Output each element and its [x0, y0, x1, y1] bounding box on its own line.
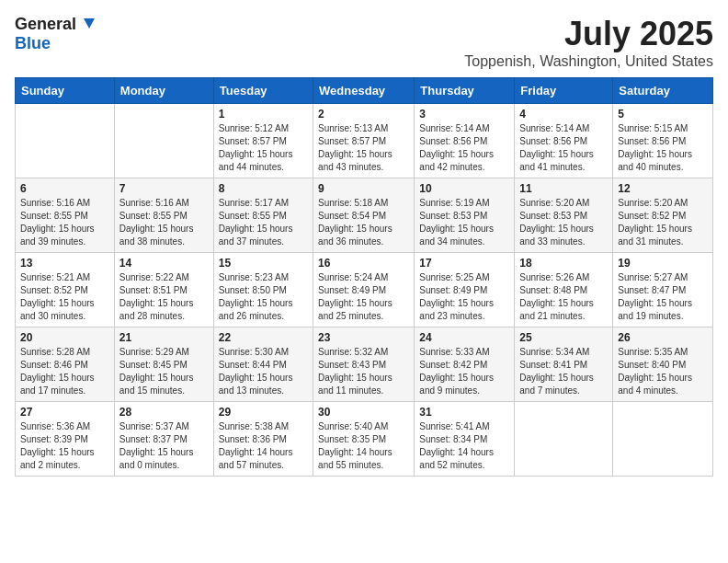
calendar-cell: 13Sunrise: 5:21 AMSunset: 8:52 PMDayligh… — [16, 253, 115, 327]
calendar-cell: 22Sunrise: 5:30 AMSunset: 8:44 PMDayligh… — [213, 327, 313, 402]
calendar-cell: 27Sunrise: 5:36 AMSunset: 8:39 PMDayligh… — [16, 402, 115, 477]
day-number: 20 — [20, 331, 109, 344]
day-number: 1 — [219, 108, 308, 121]
weekday-header-sunday: Sunday — [16, 78, 115, 104]
day-number: 19 — [618, 257, 708, 270]
page-header: General Blue July 2025 Toppenish, Washin… — [15, 15, 713, 70]
calendar-cell: 10Sunrise: 5:19 AMSunset: 8:53 PMDayligh… — [415, 178, 515, 253]
day-number: 7 — [119, 182, 209, 195]
day-number: 8 — [219, 182, 308, 195]
weekday-header-thursday: Thursday — [415, 78, 515, 104]
day-detail: Sunrise: 5:35 AMSunset: 8:40 PMDaylight:… — [618, 346, 708, 397]
day-detail: Sunrise: 5:12 AMSunset: 8:57 PMDaylight:… — [219, 122, 308, 174]
calendar-cell: 28Sunrise: 5:37 AMSunset: 8:37 PMDayligh… — [114, 402, 213, 477]
calendar-cell: 12Sunrise: 5:20 AMSunset: 8:52 PMDayligh… — [613, 178, 713, 253]
location-title: Toppenish, Washington, United States — [464, 53, 713, 70]
weekday-header-saturday: Saturday — [613, 78, 713, 104]
calendar-cell: 14Sunrise: 5:22 AMSunset: 8:51 PMDayligh… — [114, 253, 213, 327]
day-detail: Sunrise: 5:14 AMSunset: 8:56 PMDaylight:… — [419, 122, 509, 174]
calendar-cell: 20Sunrise: 5:28 AMSunset: 8:46 PMDayligh… — [16, 327, 115, 402]
day-detail: Sunrise: 5:29 AMSunset: 8:45 PMDaylight:… — [119, 346, 209, 397]
calendar-cell — [515, 402, 613, 477]
day-number: 2 — [318, 108, 409, 121]
day-number: 24 — [419, 331, 509, 344]
day-detail: Sunrise: 5:16 AMSunset: 8:55 PMDaylight:… — [119, 197, 209, 248]
day-number: 18 — [519, 257, 608, 270]
calendar-cell: 5Sunrise: 5:15 AMSunset: 8:56 PMDaylight… — [613, 104, 713, 178]
day-number: 31 — [419, 406, 509, 419]
day-number: 9 — [318, 182, 409, 195]
day-detail: Sunrise: 5:37 AMSunset: 8:37 PMDaylight:… — [119, 420, 209, 472]
logo: General Blue — [15, 15, 95, 53]
day-number: 4 — [519, 108, 608, 121]
title-block: July 2025 Toppenish, Washington, United … — [464, 15, 713, 70]
weekday-header-wednesday: Wednesday — [313, 78, 415, 104]
calendar-cell: 26Sunrise: 5:35 AMSunset: 8:40 PMDayligh… — [613, 327, 713, 402]
day-number: 11 — [519, 182, 608, 195]
weekday-header-row: SundayMondayTuesdayWednesdayThursdayFrid… — [16, 78, 713, 104]
calendar-cell: 19Sunrise: 5:27 AMSunset: 8:47 PMDayligh… — [613, 253, 713, 327]
day-number: 25 — [519, 331, 608, 344]
calendar-cell: 29Sunrise: 5:38 AMSunset: 8:36 PMDayligh… — [213, 402, 313, 477]
day-number: 28 — [119, 406, 209, 419]
calendar-cell: 9Sunrise: 5:18 AMSunset: 8:54 PMDaylight… — [313, 178, 415, 253]
day-detail: Sunrise: 5:27 AMSunset: 8:47 PMDaylight:… — [618, 271, 708, 323]
day-detail: Sunrise: 5:15 AMSunset: 8:56 PMDaylight:… — [618, 122, 708, 174]
logo-icon — [78, 16, 95, 32]
calendar-cell: 31Sunrise: 5:41 AMSunset: 8:34 PMDayligh… — [415, 402, 515, 477]
day-detail: Sunrise: 5:16 AMSunset: 8:55 PMDaylight:… — [20, 197, 109, 248]
day-number: 16 — [318, 257, 409, 270]
day-detail: Sunrise: 5:19 AMSunset: 8:53 PMDaylight:… — [419, 197, 509, 248]
calendar-week-4: 20Sunrise: 5:28 AMSunset: 8:46 PMDayligh… — [16, 327, 713, 402]
calendar-cell: 6Sunrise: 5:16 AMSunset: 8:55 PMDaylight… — [16, 178, 115, 253]
day-number: 29 — [219, 406, 308, 419]
day-detail: Sunrise: 5:21 AMSunset: 8:52 PMDaylight:… — [20, 271, 109, 323]
calendar-cell: 25Sunrise: 5:34 AMSunset: 8:41 PMDayligh… — [515, 327, 613, 402]
calendar-week-3: 13Sunrise: 5:21 AMSunset: 8:52 PMDayligh… — [16, 253, 713, 327]
day-number: 15 — [219, 257, 308, 270]
day-number: 30 — [318, 406, 409, 419]
day-detail: Sunrise: 5:26 AMSunset: 8:48 PMDaylight:… — [519, 271, 608, 323]
calendar-week-2: 6Sunrise: 5:16 AMSunset: 8:55 PMDaylight… — [16, 178, 713, 253]
day-detail: Sunrise: 5:38 AMSunset: 8:36 PMDaylight:… — [219, 420, 308, 472]
calendar-cell: 24Sunrise: 5:33 AMSunset: 8:42 PMDayligh… — [415, 327, 515, 402]
day-detail: Sunrise: 5:40 AMSunset: 8:35 PMDaylight:… — [318, 420, 409, 472]
calendar-cell: 8Sunrise: 5:17 AMSunset: 8:55 PMDaylight… — [213, 178, 313, 253]
calendar-cell: 4Sunrise: 5:14 AMSunset: 8:56 PMDaylight… — [515, 104, 613, 178]
day-detail: Sunrise: 5:32 AMSunset: 8:43 PMDaylight:… — [318, 346, 409, 397]
logo-general-text: General — [15, 15, 76, 34]
calendar-cell: 15Sunrise: 5:23 AMSunset: 8:50 PMDayligh… — [213, 253, 313, 327]
calendar-cell — [613, 402, 713, 477]
day-number: 22 — [219, 331, 308, 344]
day-number: 3 — [419, 108, 509, 121]
calendar-cell: 23Sunrise: 5:32 AMSunset: 8:43 PMDayligh… — [313, 327, 415, 402]
day-detail: Sunrise: 5:23 AMSunset: 8:50 PMDaylight:… — [219, 271, 308, 323]
day-number: 17 — [419, 257, 509, 270]
day-detail: Sunrise: 5:18 AMSunset: 8:54 PMDaylight:… — [318, 197, 409, 248]
calendar-cell: 30Sunrise: 5:40 AMSunset: 8:35 PMDayligh… — [313, 402, 415, 477]
weekday-header-friday: Friday — [515, 78, 613, 104]
calendar-cell: 16Sunrise: 5:24 AMSunset: 8:49 PMDayligh… — [313, 253, 415, 327]
calendar-week-5: 27Sunrise: 5:36 AMSunset: 8:39 PMDayligh… — [16, 402, 713, 477]
day-number: 13 — [20, 257, 109, 270]
calendar-cell: 17Sunrise: 5:25 AMSunset: 8:49 PMDayligh… — [415, 253, 515, 327]
calendar-cell: 2Sunrise: 5:13 AMSunset: 8:57 PMDaylight… — [313, 104, 415, 178]
calendar-cell: 3Sunrise: 5:14 AMSunset: 8:56 PMDaylight… — [415, 104, 515, 178]
day-detail: Sunrise: 5:20 AMSunset: 8:52 PMDaylight:… — [618, 197, 708, 248]
calendar-cell: 18Sunrise: 5:26 AMSunset: 8:48 PMDayligh… — [515, 253, 613, 327]
weekday-header-tuesday: Tuesday — [213, 78, 313, 104]
day-detail: Sunrise: 5:13 AMSunset: 8:57 PMDaylight:… — [318, 122, 409, 174]
calendar-cell: 11Sunrise: 5:20 AMSunset: 8:53 PMDayligh… — [515, 178, 613, 253]
calendar-cell: 7Sunrise: 5:16 AMSunset: 8:55 PMDaylight… — [114, 178, 213, 253]
calendar-table: SundayMondayTuesdayWednesdayThursdayFrid… — [15, 77, 713, 477]
day-detail: Sunrise: 5:33 AMSunset: 8:42 PMDaylight:… — [419, 346, 509, 397]
weekday-header-monday: Monday — [114, 78, 213, 104]
logo-blue-text: Blue — [15, 34, 51, 52]
day-number: 5 — [618, 108, 708, 121]
day-detail: Sunrise: 5:14 AMSunset: 8:56 PMDaylight:… — [519, 122, 608, 174]
day-detail: Sunrise: 5:34 AMSunset: 8:41 PMDaylight:… — [519, 346, 608, 397]
day-number: 10 — [419, 182, 509, 195]
calendar-cell: 21Sunrise: 5:29 AMSunset: 8:45 PMDayligh… — [114, 327, 213, 402]
day-number: 27 — [20, 406, 109, 419]
day-detail: Sunrise: 5:24 AMSunset: 8:49 PMDaylight:… — [318, 271, 409, 323]
